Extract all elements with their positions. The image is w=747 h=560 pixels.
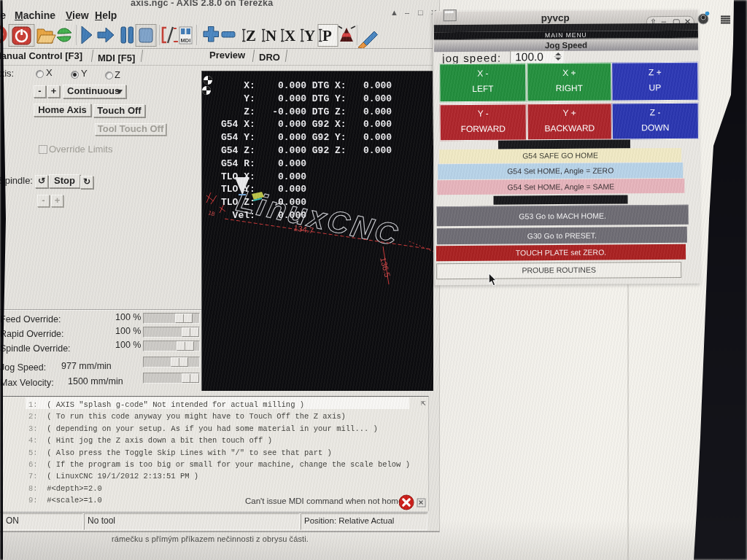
- svg-text:136.5: 136.5: [379, 257, 392, 279]
- svg-text:X: X: [285, 27, 295, 44]
- svg-text:Z: Z: [246, 27, 256, 44]
- svg-text:N: N: [266, 27, 276, 44]
- svg-text:18: 18: [207, 209, 215, 217]
- svg-text:P: P: [322, 27, 332, 44]
- svg-text:Y: Y: [304, 27, 315, 44]
